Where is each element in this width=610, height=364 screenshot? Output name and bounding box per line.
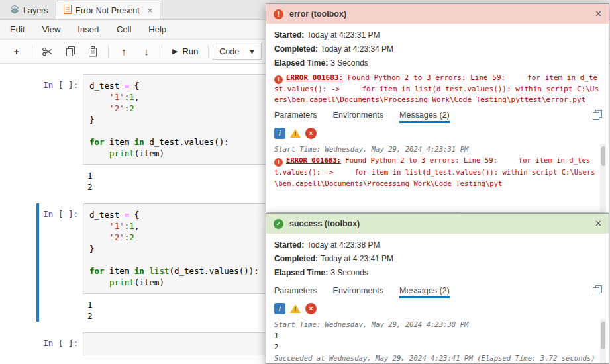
panel-tabs: ParametersEnvironmentsMessages (2) [274, 286, 601, 298]
success-panel-header[interactable]: ✓ success (toolbox) × [266, 214, 609, 234]
close-icon[interactable]: × [595, 218, 601, 229]
info-filter-icon[interactable]: i [274, 303, 285, 314]
cut-cell-button[interactable] [36, 43, 59, 60]
message-meta: Succeeded at Wednesday, May 29, 2024 4:2… [274, 353, 595, 363]
tab-label: Layers [23, 6, 48, 15]
warning-filter-icon[interactable]: ! [289, 303, 301, 314]
error-status-icon: ! [274, 9, 283, 19]
completed-row: Completed:Today at 4:23:34 PM [274, 42, 601, 56]
menu-help[interactable]: Help [140, 24, 175, 34]
run-cell-button[interactable]: ▶ Run [166, 43, 204, 60]
started-row: Started:Today at 4:23:38 PM [274, 238, 601, 252]
panel-title: error (toolbox) [289, 9, 346, 19]
panel-tab-environments[interactable]: Environments [333, 111, 383, 123]
message-meta: Start Time: Wednesday, May 29, 2024 4:23… [274, 319, 595, 330]
success-status-icon: ✓ [274, 219, 283, 229]
menu-cell[interactable]: Cell [108, 24, 140, 34]
error-icon: ! [274, 158, 283, 167]
message-filter-bar: i ! × [274, 128, 601, 139]
completed-row: Completed:Today at 4:23:41 PM [274, 252, 601, 266]
messages-scrollbar[interactable] [600, 319, 606, 363]
panel-tab-parameters[interactable]: Parameters [274, 286, 317, 298]
cell-type-value: Code [219, 47, 239, 56]
completed-label: Completed: [274, 254, 318, 263]
panel-tab-messages[interactable]: Messages (2) [399, 111, 450, 123]
started-label: Started: [274, 30, 304, 40]
arcgis-notebook-window: Layers Error Not Present × EditViewInser… [0, 0, 610, 364]
tab-label: Error Not Present [76, 6, 140, 15]
cell-prompt: In [ ]: [0, 74, 83, 165]
error-filter-icon[interactable]: × [305, 303, 317, 314]
cell-prompt: In [ ]: [0, 332, 83, 355]
started-label: Started: [274, 240, 304, 250]
error-banner: !ERROR 001683: Found Python 2 to 3 error… [274, 73, 601, 105]
chevron-down-icon: ▾ [250, 46, 254, 56]
messages-scrollbar[interactable] [600, 144, 606, 212]
elapsed-row: Elapsed Time:3 Seconds [274, 56, 601, 70]
panel-tabs: ParametersEnvironmentsMessages (2) [274, 111, 601, 123]
message-meta: Start Time: Wednesday, May 29, 2024 4:23… [274, 144, 595, 155]
cell-type-dropdown[interactable]: Code ▾ [213, 44, 262, 60]
panel-title: success (toolbox) [289, 219, 360, 228]
message-plain: 2 [274, 341, 595, 353]
warning-filter-icon[interactable]: ! [289, 128, 301, 139]
completed-value: Today at 4:23:34 PM [321, 44, 393, 54]
error-panel-header[interactable]: ! error (toolbox) × [266, 4, 609, 24]
message-filter-bar: i ! × [274, 303, 601, 314]
error-icon: ! [274, 75, 283, 84]
messages-area: Start Time: Wednesday, May 29, 2024 4:23… [274, 144, 606, 212]
messages-area: Start Time: Wednesday, May 29, 2024 4:23… [274, 319, 606, 363]
menu-view[interactable]: View [33, 24, 69, 34]
close-icon[interactable]: × [595, 9, 601, 19]
elapsed-row: Elapsed Time:3 Seconds [274, 266, 601, 280]
panel-tab-environments[interactable]: Environments [333, 286, 383, 298]
copy-messages-icon[interactable] [593, 110, 602, 122]
copy-cell-button[interactable] [59, 43, 81, 60]
started-row: Started:Today at 4:23:31 PM [274, 28, 601, 42]
error-result-panel: ! error (toolbox) × Started:Today at 4:2… [266, 3, 609, 212]
elapsed-value: 3 Seconds [330, 58, 368, 68]
panel-body: Started:Today at 4:23:31 PM Completed:To… [266, 24, 609, 212]
error-code[interactable]: ERROR 001683: [286, 156, 341, 164]
cell-prompt: In [ ]: [0, 203, 83, 294]
message-error: !ERROR 001683: Found Python 2 to 3 error… [274, 155, 595, 189]
completed-label: Completed: [274, 44, 318, 54]
play-icon: ▶ [172, 47, 178, 56]
panel-tab-parameters[interactable]: Parameters [274, 111, 317, 123]
started-value: Today at 4:23:38 PM [307, 240, 380, 250]
elapsed-value: 3 Seconds [330, 268, 368, 277]
elapsed-label: Elapsed Time: [274, 58, 328, 68]
toolbar-separator [32, 45, 32, 58]
tab-error-not-present[interactable]: Error Not Present × [56, 1, 161, 19]
notebook-icon [64, 5, 72, 16]
layers-icon [10, 5, 19, 16]
menu-edit[interactable]: Edit [1, 24, 33, 34]
warning-mark: ! [289, 130, 301, 137]
selected-cell-indicator [36, 203, 39, 322]
panel-tab-messages[interactable]: Messages (2) [399, 286, 450, 298]
toolbar-separator [108, 45, 109, 58]
close-tab-icon[interactable]: × [148, 6, 153, 15]
message-plain: 1 [274, 330, 595, 341]
copy-messages-icon[interactable] [593, 285, 602, 298]
toolbar-separator [162, 45, 162, 58]
add-cell-button[interactable]: + [5, 43, 28, 60]
error-filter-icon[interactable]: × [305, 128, 317, 139]
move-cell-up-button[interactable]: ↑ [113, 43, 135, 60]
warning-mark: ! [289, 306, 301, 312]
menu-insert[interactable]: Insert [69, 24, 108, 34]
scrollbar-thumb[interactable] [601, 146, 605, 166]
panel-body: Started:Today at 4:23:38 PM Completed:To… [266, 234, 609, 363]
started-value: Today at 4:23:31 PM [307, 30, 380, 40]
paste-cell-button[interactable] [81, 43, 104, 60]
success-result-panel: ✓ success (toolbox) × Started:Today at 4… [266, 213, 609, 364]
move-cell-down-button[interactable]: ↓ [135, 43, 158, 60]
run-label: Run [182, 46, 198, 56]
error-code[interactable]: ERROR 001683: [286, 73, 343, 82]
elapsed-label: Elapsed Time: [274, 268, 328, 277]
info-filter-icon[interactable]: i [274, 128, 285, 139]
toolbar-separator [208, 45, 209, 58]
scrollbar-thumb[interactable] [601, 322, 605, 349]
completed-value: Today at 4:23:41 PM [321, 254, 393, 263]
tab-layers[interactable]: Layers [3, 2, 56, 19]
